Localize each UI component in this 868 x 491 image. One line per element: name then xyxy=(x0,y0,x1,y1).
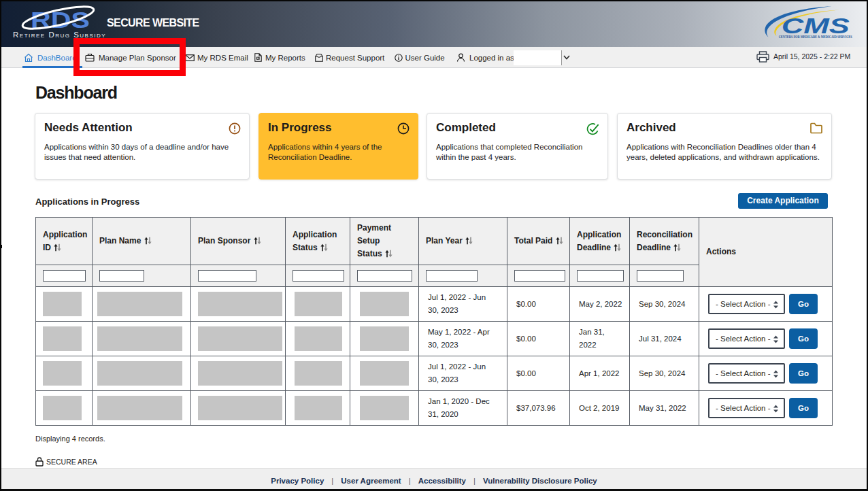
svg-text:CENTERS FOR MEDICARE & MEDICAI: CENTERS FOR MEDICARE & MEDICAID SERVICES xyxy=(779,34,852,39)
